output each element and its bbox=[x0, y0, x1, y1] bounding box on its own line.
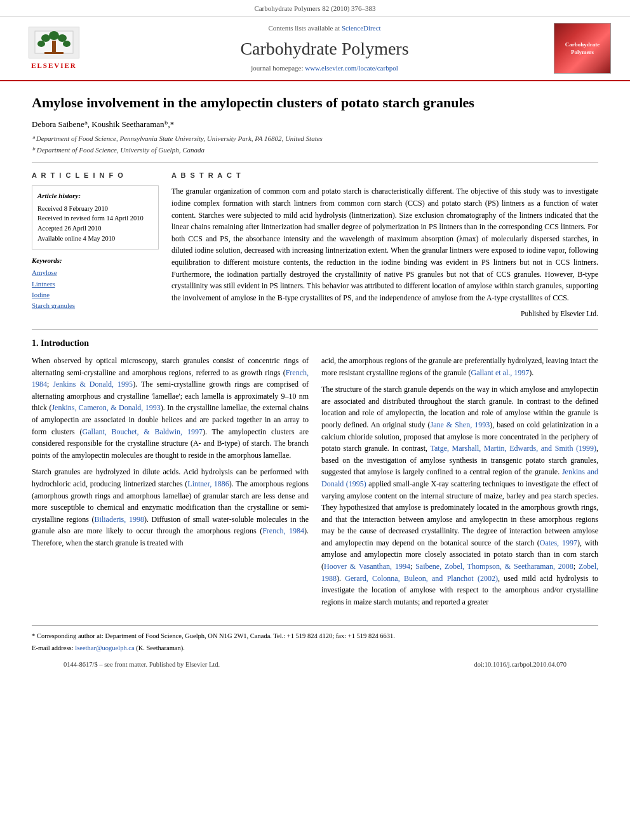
abstract-column: A B S T R A C T The granular organizatio… bbox=[171, 171, 598, 319]
footnote-area: * Corresponding author at: Department of… bbox=[32, 625, 598, 653]
cite-hoover1994[interactable]: Hoover & Vasanthan, 1994 bbox=[324, 562, 410, 571]
history-received: Received 8 February 2010 bbox=[37, 204, 153, 214]
article-history-box: Article history: Received 8 February 201… bbox=[32, 185, 159, 249]
introduction-section: 1. Introduction When observed by optical… bbox=[32, 337, 598, 613]
sciencedirect-link[interactable]: ScienceDirect bbox=[342, 24, 381, 32]
header-center: Contents lists available at ScienceDirec… bbox=[95, 23, 554, 73]
sciencedirect-line: Contents lists available at ScienceDirec… bbox=[108, 23, 541, 33]
elsevier-wordmark: ELSEVIER bbox=[31, 61, 77, 70]
intro-para-2: Starch granules are hydrolyzed in dilute… bbox=[32, 466, 309, 549]
article-content: Amylose involvement in the amylopectin c… bbox=[0, 81, 630, 687]
intro-para-1: When observed by optical microscopy, sta… bbox=[32, 355, 309, 461]
footnote-email-label: E-mail address: bbox=[32, 644, 74, 651]
cite-french1984b[interactable]: French, 1984 bbox=[262, 526, 304, 535]
keyword-lintners[interactable]: Lintners bbox=[32, 279, 159, 289]
doi-text: doi:10.1016/j.carbpol.2010.04.070 bbox=[474, 660, 566, 670]
history-accepted: Accepted 26 April 2010 bbox=[37, 223, 153, 234]
published-by: Published by Elsevier Ltd. bbox=[171, 309, 598, 319]
cite-gallant1997b[interactable]: Gallant et al., 1997 bbox=[471, 368, 530, 377]
elsevier-tree-icon bbox=[32, 28, 76, 57]
footnote-email-link[interactable]: lseethar@uoguelph.ca bbox=[75, 644, 134, 651]
cite-jane1993[interactable]: Jane & Shen, 1993 bbox=[431, 420, 490, 429]
keyword-starch[interactable]: Starch granules bbox=[32, 301, 159, 310]
article-info-heading: A R T I C L E I N F O bbox=[32, 171, 159, 180]
history-available: Available online 4 May 2010 bbox=[37, 234, 153, 244]
citation-text: Carbohydrate Polymers 82 (2010) 376–383 bbox=[254, 4, 375, 12]
footnote-email-name: (K. Seetharaman). bbox=[136, 644, 185, 651]
journal-header: ELSEVIER Contents lists available at Sci… bbox=[0, 17, 630, 81]
intro-para-r1: acid, the amorphous regions of the granu… bbox=[321, 355, 598, 378]
cite-jenkins1995[interactable]: Jenkins & Donald, 1995 bbox=[53, 380, 133, 389]
affiliation-a: ᵃ Department of Food Science, Pennsylvan… bbox=[32, 134, 598, 143]
journal-cover: Carbohydrate Polymers bbox=[554, 23, 611, 74]
cite-jenkins1993[interactable]: Jenkins, Cameron, & Donald, 1993 bbox=[51, 403, 160, 412]
cite-tatge1999[interactable]: Tatge, Marshall, Martin, Edwards, and Sm… bbox=[431, 444, 597, 453]
authors-text: Debora Saibeneᵃ, Koushik Seetharamanᵇ,* bbox=[32, 119, 174, 129]
elsevier-logo: ELSEVIER bbox=[13, 27, 95, 70]
article-title: Amylose involvement in the amylopectin c… bbox=[32, 94, 598, 112]
issn-text: 0144-8617/$ – see front matter. Publishe… bbox=[64, 660, 220, 670]
top-bar: Carbohydrate Polymers 82 (2010) 376–383 bbox=[0, 0, 630, 17]
article-info-abstract: A R T I C L E I N F O Article history: R… bbox=[32, 171, 598, 319]
abstract-text: The granular organization of common corn… bbox=[171, 185, 598, 303]
cite-saibene2008[interactable]: Saibene, Zobel, Thompson, & Seetharaman,… bbox=[415, 562, 573, 571]
footnote-email: E-mail address: lseethar@uoguelph.ca (K.… bbox=[32, 643, 598, 653]
cover-title: Carbohydrate Polymers bbox=[565, 41, 600, 57]
authors: Debora Saibeneᵃ, Koushik Seetharamanᵇ,* bbox=[32, 119, 598, 130]
intro-heading: 1. Introduction bbox=[32, 337, 598, 350]
article-info-column: A R T I C L E I N F O Article history: R… bbox=[32, 171, 159, 319]
homepage-label: journal homepage: bbox=[251, 64, 303, 72]
svg-point-4 bbox=[37, 41, 45, 47]
svg-point-2 bbox=[41, 34, 50, 42]
cite-gerard2002[interactable]: Gerard, Colonna, Buleon, and Planchot (2… bbox=[345, 574, 498, 583]
page-container: Carbohydrate Polymers 82 (2010) 376–383 bbox=[0, 0, 630, 688]
keyword-iodine[interactable]: Iodine bbox=[32, 290, 159, 300]
cite-jenkins1995b[interactable]: Jenkins and Donald (1995) bbox=[321, 467, 598, 488]
svg-point-1 bbox=[49, 31, 59, 40]
intro-two-col: When observed by optical microscopy, sta… bbox=[32, 355, 598, 613]
keywords-section: Keywords: Amylose Lintners Iodine Starch… bbox=[32, 256, 159, 311]
history-title: Article history: bbox=[37, 191, 153, 201]
sciencedirect-label: Contents lists available at bbox=[268, 24, 340, 32]
cite-gallant1997[interactable]: Gallant, Bouchet, & Baldwin, 1997 bbox=[83, 427, 203, 436]
keywords-title: Keywords: bbox=[32, 256, 159, 265]
header-right: Carbohydrate Polymers bbox=[554, 23, 617, 74]
intro-col-right: acid, the amorphous regions of the granu… bbox=[321, 355, 598, 613]
bottom-bar: 0144-8617/$ – see front matter. Publishe… bbox=[32, 655, 598, 675]
footnote-corresponding: * Corresponding author at: Department of… bbox=[32, 631, 598, 641]
journal-homepage-line: journal homepage: www.elsevier.com/locat… bbox=[108, 63, 541, 73]
affiliation-b: ᵇ Department of Food Science, University… bbox=[32, 145, 598, 155]
intro-para-r2: The structure of the starch granule depe… bbox=[321, 383, 598, 608]
history-revised: Received in revised form 14 April 2010 bbox=[37, 213, 153, 223]
keyword-amylose[interactable]: Amylose bbox=[32, 268, 159, 277]
svg-rect-6 bbox=[52, 41, 56, 52]
intro-col-left: When observed by optical microscopy, sta… bbox=[32, 355, 309, 613]
svg-rect-7 bbox=[44, 52, 64, 54]
abstract-heading: A B S T R A C T bbox=[171, 171, 598, 180]
cite-oates1997[interactable]: Oates, 1997 bbox=[540, 538, 577, 547]
header-left: ELSEVIER bbox=[13, 27, 95, 70]
elsevier-logo-image bbox=[29, 27, 79, 58]
affiliations: ᵃ Department of Food Science, Pennsylvan… bbox=[32, 134, 598, 155]
homepage-link[interactable]: www.elsevier.com/locate/carbpol bbox=[305, 64, 398, 72]
journal-title: Carbohydrate Polymers bbox=[108, 36, 541, 61]
svg-point-5 bbox=[63, 41, 70, 47]
divider-2 bbox=[32, 329, 598, 330]
divider-1 bbox=[32, 163, 598, 163]
cite-biliaderis1998[interactable]: Biliaderis, 1998 bbox=[95, 515, 144, 524]
svg-point-3 bbox=[58, 34, 67, 42]
cite-lintner1886[interactable]: Lintner, 1886 bbox=[187, 479, 229, 488]
